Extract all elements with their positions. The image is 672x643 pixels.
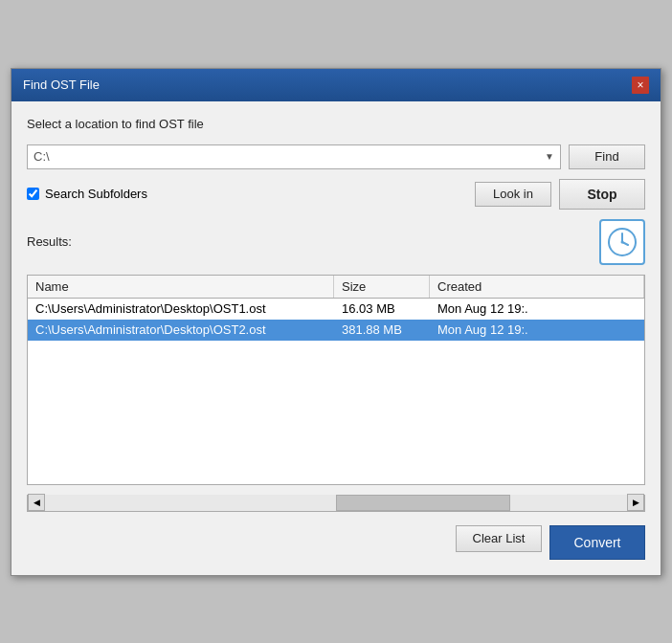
cell-size: 381.88 MB [334, 321, 430, 339]
path-input[interactable]: C:\ ▼ [27, 144, 561, 169]
column-created: Created [430, 276, 644, 298]
convert-button[interactable]: Convert [549, 525, 645, 560]
cell-name: C:\Users\Administrator\Desktop\OST2.ost [28, 321, 334, 339]
search-subfolders-label: Search Subfolders [45, 187, 147, 201]
select-location-label: Select a location to find OST file [27, 117, 645, 131]
cell-created: Mon Aug 12 19:. [430, 299, 644, 318]
clear-list-button[interactable]: Clear List [456, 525, 542, 552]
look-in-button[interactable]: Look in [475, 182, 551, 207]
find-ost-dialog: Find OST File × Select a location to fin… [11, 68, 661, 576]
results-label: Results: [27, 234, 72, 249]
table-row[interactable]: C:\Users\Administrator\Desktop\OST2.ost3… [28, 320, 644, 341]
cell-size: 16.03 MB [334, 299, 430, 318]
column-size: Size [334, 276, 430, 298]
path-value: C:\ [34, 149, 50, 164]
clock-icon [599, 219, 645, 265]
table-body: C:\Users\Administrator\Desktop\OST1.ost1… [28, 299, 644, 484]
dialog-title: Find OST File [23, 78, 100, 92]
table-header: Name Size Created [28, 276, 644, 299]
scroll-thumb[interactable] [336, 495, 510, 511]
scroll-left-button[interactable]: ◀ [28, 494, 45, 511]
path-dropdown-arrow[interactable]: ▼ [545, 151, 554, 162]
clock-svg-graphic [606, 226, 638, 258]
dialog-body: Select a location to find OST file C:\ ▼… [11, 101, 661, 575]
cell-created: Mon Aug 12 19:. [430, 321, 644, 339]
close-button[interactable]: × [632, 77, 649, 94]
cell-name: C:\Users\Administrator\Desktop\OST1.ost [28, 299, 334, 318]
results-row: Results: [27, 219, 645, 265]
results-table: Name Size Created C:\Users\Administrator… [27, 275, 645, 485]
search-subfolders-checkbox[interactable] [27, 188, 39, 200]
table-row[interactable]: C:\Users\Administrator\Desktop\OST1.ost1… [28, 299, 644, 320]
scroll-right-button[interactable]: ▶ [627, 494, 644, 511]
svg-point-3 [621, 240, 624, 243]
search-subfolders-row: Search Subfolders [27, 187, 467, 201]
title-bar: Find OST File × [11, 69, 661, 101]
path-row: C:\ ▼ Find [27, 144, 645, 169]
stop-button[interactable]: Stop [559, 179, 645, 210]
bottom-buttons: Clear List Convert [27, 525, 645, 560]
column-name: Name [28, 276, 334, 298]
find-button[interactable]: Find [569, 144, 645, 169]
scroll-track[interactable] [45, 495, 627, 511]
horizontal-scrollbar: ◀ ▶ [27, 495, 645, 512]
options-row: Search Subfolders Look in Stop [27, 179, 645, 210]
